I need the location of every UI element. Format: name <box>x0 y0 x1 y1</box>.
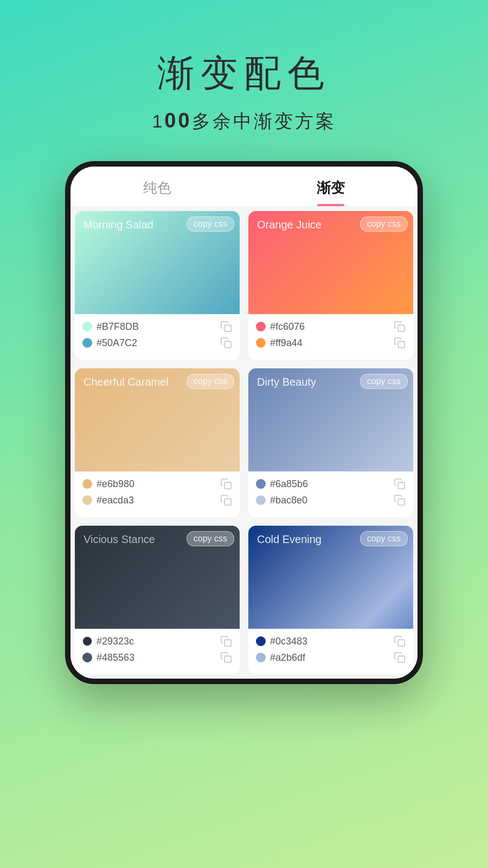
svg-rect-6 <box>398 482 404 489</box>
svg-rect-9 <box>224 656 231 662</box>
svg-rect-11 <box>398 656 404 662</box>
color-row: #ff9a44 <box>256 337 406 349</box>
color-hex: #0c3483 <box>270 636 394 647</box>
cards-grid: Morning Salad copy css #B7F8DB #50A7C2 O <box>70 207 418 679</box>
color-dot <box>82 322 92 331</box>
copy-css-button[interactable]: copy css <box>187 531 234 546</box>
color-hex: #29323c <box>97 636 220 647</box>
color-hex: #fc6076 <box>270 321 394 333</box>
header-title: 渐变配色 <box>152 49 336 98</box>
tab-bar: 纯色 渐变 <box>70 167 418 207</box>
color-row: #bac8e0 <box>256 494 406 506</box>
card-name: Orange Juice <box>257 219 322 231</box>
card-cold-evening: Cold Evening copy css #0c3483 #a2b6df <box>248 526 413 674</box>
card-name: Vicious Stance <box>84 533 155 546</box>
card-vicious-stance: Vicious Stance copy css #29323c #485563 <box>75 526 240 674</box>
color-row: #29323c <box>82 635 232 647</box>
color-row: #50A7C2 <box>82 337 232 349</box>
color-row: #eacda3 <box>82 494 232 506</box>
copy-css-button[interactable]: copy css <box>360 374 408 389</box>
svg-rect-3 <box>398 341 404 348</box>
card-colors: #6a85b6 #bac8e0 <box>248 471 413 517</box>
color-row: #B7F8DB <box>82 321 232 333</box>
copy-icon[interactable] <box>394 635 406 647</box>
color-dot <box>256 495 266 505</box>
color-row: #a2b6df <box>256 652 406 663</box>
gradient-preview: Morning Salad copy css <box>75 211 240 314</box>
header-subtitle: 100多余中渐变方案 <box>152 109 336 134</box>
card-colors: #B7F8DB #50A7C2 <box>75 314 240 360</box>
phone-mockup: 纯色 渐变 Morning Salad copy css #B7F8DB #50… <box>65 161 423 684</box>
color-hex: #6a85b6 <box>270 478 394 490</box>
tab-gradient[interactable]: 渐变 <box>244 178 418 206</box>
card-colors: #e6b980 #eacda3 <box>75 471 240 517</box>
copy-css-button[interactable]: copy css <box>360 216 408 232</box>
card-colors: #0c3483 #a2b6df <box>248 629 413 674</box>
copy-icon[interactable] <box>220 321 232 333</box>
card-colors: #29323c #485563 <box>75 629 240 674</box>
gradient-preview: Dirty Beauty copy css <box>248 368 413 471</box>
copy-icon[interactable] <box>394 478 406 490</box>
subtitle-bold: 00 <box>164 109 191 132</box>
card-dirty-beauty: Dirty Beauty copy css #6a85b6 #bac8e0 <box>248 368 413 517</box>
copy-icon[interactable] <box>394 321 406 333</box>
color-hex: #485563 <box>97 652 220 663</box>
svg-rect-7 <box>398 499 404 505</box>
color-dot <box>82 479 92 489</box>
color-dot <box>256 653 266 662</box>
copy-icon[interactable] <box>394 652 406 663</box>
color-dot <box>256 479 266 489</box>
gradient-preview: Orange Juice copy css <box>248 211 413 314</box>
color-dot <box>82 495 92 505</box>
color-row: #fc6076 <box>256 321 406 333</box>
copy-icon[interactable] <box>220 652 232 663</box>
color-hex: #B7F8DB <box>97 321 220 333</box>
copy-icon[interactable] <box>220 635 232 647</box>
color-dot <box>82 338 92 348</box>
color-hex: #e6b980 <box>97 478 220 490</box>
copy-icon[interactable] <box>394 337 406 349</box>
color-row: #0c3483 <box>256 635 406 647</box>
color-dot <box>256 338 266 348</box>
copy-icon[interactable] <box>220 494 232 506</box>
color-dot <box>82 653 92 662</box>
color-hex: #bac8e0 <box>270 495 394 506</box>
color-row: #6a85b6 <box>256 478 406 490</box>
copy-icon[interactable] <box>394 494 406 506</box>
gradient-preview: Vicious Stance copy css <box>75 526 240 629</box>
header: 渐变配色 100多余中渐变方案 <box>152 49 336 134</box>
card-morning-salad: Morning Salad copy css #B7F8DB #50A7C2 <box>75 211 240 360</box>
copy-icon[interactable] <box>220 478 232 490</box>
copy-css-button[interactable]: copy css <box>187 374 234 389</box>
svg-rect-2 <box>398 325 404 331</box>
color-hex: #50A7C2 <box>97 337 220 349</box>
svg-rect-8 <box>224 640 231 646</box>
copy-icon[interactable] <box>220 337 232 349</box>
card-orange-juice: Orange Juice copy css #fc6076 #ff9a44 <box>248 211 413 360</box>
color-hex: #eacda3 <box>97 495 220 506</box>
card-name: Cold Evening <box>257 533 322 546</box>
card-name: Cheerful Caramel <box>84 376 169 388</box>
copy-css-button[interactable]: copy css <box>187 216 234 232</box>
card-name: Morning Salad <box>84 219 153 231</box>
color-dot <box>256 322 266 331</box>
svg-rect-1 <box>224 341 231 348</box>
copy-css-button[interactable]: copy css <box>360 531 408 546</box>
card-cheerful-caramel: Cheerful Caramel copy css #e6b980 #eacda… <box>75 368 240 517</box>
svg-rect-10 <box>398 640 404 646</box>
color-hex: #a2b6df <box>270 652 394 663</box>
subtitle-prefix: 1 <box>152 111 164 131</box>
color-hex: #ff9a44 <box>270 337 394 349</box>
color-row: #e6b980 <box>82 478 232 490</box>
svg-rect-4 <box>224 482 231 489</box>
tab-pure[interactable]: 纯色 <box>70 178 244 206</box>
card-colors: #fc6076 #ff9a44 <box>248 314 413 360</box>
svg-rect-5 <box>224 499 231 505</box>
color-row: #485563 <box>82 652 232 663</box>
color-dot <box>82 636 92 646</box>
color-dot <box>256 636 266 646</box>
card-name: Dirty Beauty <box>257 376 316 388</box>
gradient-preview: Cold Evening copy css <box>248 526 413 629</box>
subtitle-suffix: 多余中渐变方案 <box>192 111 336 131</box>
svg-rect-0 <box>224 325 231 331</box>
